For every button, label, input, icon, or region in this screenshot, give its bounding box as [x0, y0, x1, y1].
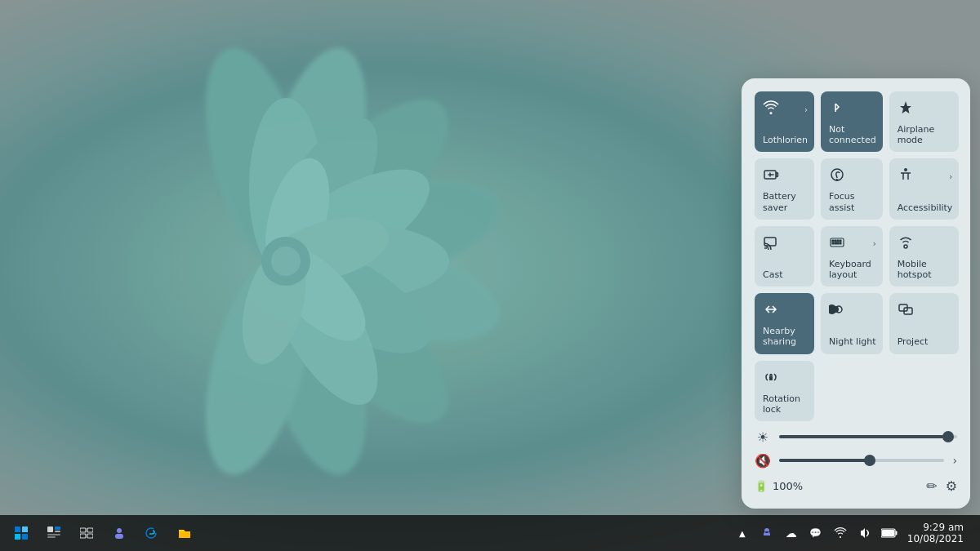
svg-rect-40 — [22, 527, 28, 532]
svg-rect-51 — [87, 534, 93, 538]
svg-rect-41 — [15, 534, 20, 540]
airplane-label: Airplane mode — [898, 124, 953, 145]
svg-rect-32 — [832, 242, 834, 244]
battery-edit-button[interactable]: ✏ — [926, 478, 937, 494]
night_light-label: Night light — [829, 336, 875, 347]
battery-actions: ✏ ⚙ — [926, 478, 957, 494]
svg-rect-48 — [80, 528, 86, 532]
qs-tile-rotation_lock[interactable]: Rotation lock — [755, 361, 814, 421]
qs-tile-top-airplane — [898, 100, 953, 119]
brightness-thumb[interactable] — [942, 431, 954, 442]
svg-rect-50 — [80, 534, 86, 538]
svg-rect-23 — [777, 173, 778, 177]
taskbar-left — [0, 518, 199, 548]
qs-tile-mobile_hotspot[interactable]: Mobile hotspot — [889, 226, 960, 287]
qs-tile-top-cast — [763, 234, 808, 254]
qs-tile-cast[interactable]: Cast — [755, 226, 814, 287]
svg-rect-34 — [840, 242, 841, 244]
accessibility-icon — [898, 167, 914, 186]
svg-point-24 — [836, 180, 837, 180]
svg-rect-38 — [769, 376, 773, 380]
search-button[interactable] — [39, 518, 69, 548]
volume-fill — [779, 459, 870, 462]
cast-icon — [763, 234, 779, 254]
svg-rect-33 — [835, 242, 839, 244]
qs-tile-nearby_sharing[interactable]: Nearby sharing — [755, 293, 814, 353]
mobile_hotspot-icon — [898, 234, 914, 254]
svg-rect-29 — [835, 240, 836, 242]
volume-slider-row: 🔇 › — [755, 453, 957, 469]
focus_assist-icon — [829, 167, 845, 186]
tray-wifi[interactable] — [829, 518, 852, 548]
brightness-track[interactable] — [779, 435, 957, 438]
svg-rect-39 — [15, 527, 20, 532]
battery-icon: 🔋 — [755, 480, 768, 492]
wifi-arrow[interactable]: › — [804, 105, 808, 114]
qs-tile-top-battery_saver — [763, 167, 808, 186]
time-display: 9:29 am — [923, 522, 964, 533]
qs-tile-airplane[interactable]: Airplane mode — [889, 91, 960, 152]
svg-rect-55 — [882, 530, 894, 536]
date-display: 10/08/2021 — [907, 533, 964, 544]
accessibility-arrow[interactable]: › — [949, 172, 952, 181]
svg-rect-47 — [47, 536, 56, 538]
qs-tile-accessibility[interactable]: ›Accessibility — [889, 158, 960, 219]
keyboard_layout-icon — [829, 234, 845, 254]
qs-tile-bluetooth[interactable]: Not connected — [821, 91, 883, 152]
svg-rect-26 — [764, 238, 776, 246]
tray-teams[interactable] — [755, 518, 778, 548]
qs-tile-top-accessibility: › — [898, 167, 953, 186]
task-view-button[interactable] — [72, 518, 101, 548]
svg-point-25 — [904, 168, 907, 171]
svg-rect-28 — [832, 240, 834, 242]
qs-tile-battery_saver[interactable]: Battery saver — [755, 158, 814, 219]
volume-track[interactable] — [779, 459, 944, 462]
tray-volume[interactable] — [853, 518, 876, 548]
tray-chat[interactable]: 💬 — [804, 518, 827, 548]
qs-tile-top-wifi: › — [763, 100, 808, 119]
qs-tile-top-nearby_sharing — [763, 301, 808, 321]
edge-button[interactable] — [137, 518, 167, 548]
tray-battery[interactable] — [878, 518, 901, 548]
qs-tile-wifi[interactable]: ›Lothlorien — [755, 91, 814, 152]
brightness-slider-row: ☀ — [755, 429, 957, 445]
qs-tile-top-focus_assist — [829, 167, 876, 186]
nearby_sharing-label: Nearby sharing — [763, 326, 808, 347]
cast-label: Cast — [763, 269, 782, 280]
nearby_sharing-icon — [763, 301, 779, 321]
wifi-label: Lothlorien — [763, 135, 808, 145]
battery_saver-label: Battery saver — [763, 191, 808, 212]
volume-chevron[interactable]: › — [952, 454, 957, 467]
rotation_lock-label: Rotation lock — [763, 393, 808, 415]
bluetooth-label: Not connected — [829, 124, 876, 145]
battery_saver-icon — [763, 167, 779, 186]
show-desktop-button[interactable] — [970, 518, 973, 548]
tray-onedrive[interactable]: ☁ — [780, 518, 803, 548]
qs-tile-top-mobile_hotspot — [898, 234, 953, 254]
accessibility-label: Accessibility — [898, 202, 953, 213]
teams-button[interactable] — [105, 518, 134, 548]
qs-tile-project[interactable]: Project — [889, 293, 960, 353]
project-label: Project — [898, 336, 929, 347]
qs-tile-focus_assist[interactable]: Focus assist — [821, 158, 883, 219]
qs-tile-keyboard_layout[interactable]: ›Keyboard layout — [821, 226, 883, 287]
file-explorer-button[interactable] — [170, 518, 199, 548]
battery-settings-button[interactable]: ⚙ — [946, 478, 957, 494]
qs-tile-top-project — [898, 301, 953, 321]
mobile_hotspot-label: Mobile hotspot — [898, 259, 953, 280]
night_light-icon — [829, 301, 845, 321]
quick-tiles-grid: ›LothlorienNot connectedAirplane modeBat… — [755, 91, 957, 421]
volume-icon: 🔇 — [755, 453, 771, 469]
qs-tile-night_light[interactable]: Night light — [821, 293, 883, 353]
qs-tile-top-rotation_lock — [763, 369, 808, 389]
show-hidden-icons[interactable]: ▲ — [731, 518, 754, 548]
time-date[interactable]: 9:29 am 10/08/2021 — [902, 520, 969, 546]
keyboard_layout-arrow[interactable]: › — [873, 239, 876, 248]
start-button[interactable] — [7, 518, 36, 548]
focus_assist-label: Focus assist — [829, 191, 876, 212]
battery-row: 🔋 100% ✏ ⚙ — [755, 477, 957, 495]
battery-info: 🔋 100% — [755, 480, 803, 492]
svg-rect-53 — [115, 534, 123, 539]
volume-thumb[interactable] — [864, 455, 875, 466]
qs-tile-top-night_light — [829, 301, 876, 321]
